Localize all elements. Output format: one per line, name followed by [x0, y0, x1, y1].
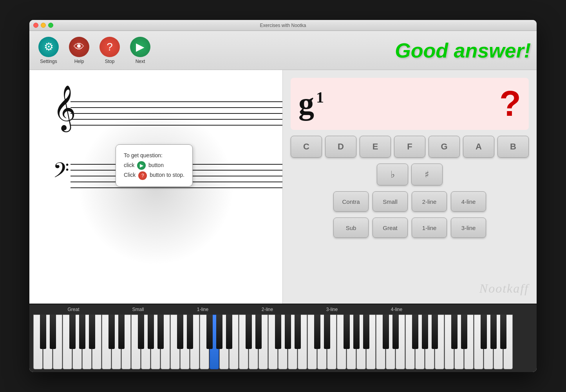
close-button[interactable] — [33, 23, 38, 28]
piano-black-key[interactable] — [324, 315, 330, 349]
piano-black-key[interactable] — [295, 315, 301, 349]
piano-black-key[interactable] — [353, 315, 360, 349]
stop-inline-icon: ? — [138, 171, 147, 180]
piano-black-key[interactable] — [118, 315, 125, 349]
tooltip-stop-text: button to stop. — [150, 172, 184, 178]
stop-button[interactable]: ? Stop — [96, 35, 123, 66]
note-btn-g[interactable]: G — [429, 136, 460, 158]
accidental-row: ♭♯ — [291, 164, 529, 185]
flat-button[interactable]: ♭ — [377, 164, 408, 185]
question-mark-symbol: ? — [499, 84, 521, 124]
help-icon: 👁 — [69, 37, 89, 57]
sheet-panel: 𝄞 𝄢 — [29, 70, 283, 304]
octave-btn-1line[interactable]: 1-line — [412, 218, 447, 238]
tooltip-box: To get question: click ▶ button Click ? … — [116, 144, 193, 187]
piano-black-key[interactable] — [344, 315, 350, 349]
staff-line-5 — [71, 125, 283, 126]
note-btn-c[interactable]: C — [291, 136, 322, 158]
help-button[interactable]: 👁 Help — [66, 35, 92, 66]
tooltip-line2: click ▶ button — [124, 160, 184, 170]
next-label: Next — [136, 59, 145, 64]
tooltip-line1: To get question: — [124, 151, 184, 160]
piano-black-key[interactable] — [89, 315, 95, 349]
tooltip-line3: Click ? button to stop. — [124, 170, 184, 180]
staff-line-4 — [71, 119, 283, 120]
piano-black-key[interactable] — [216, 315, 222, 349]
help-label: Help — [74, 59, 84, 64]
piano-black-key[interactable] — [461, 315, 467, 349]
treble-staff-lines — [53, 101, 283, 125]
treble-staff: 𝄞 — [53, 101, 283, 125]
piano-g1-label: g1 — [208, 370, 215, 372]
octave-btn-2line[interactable]: 2-line — [412, 191, 447, 212]
piano-black-key[interactable] — [451, 315, 458, 349]
note-octave: 1 — [316, 88, 324, 106]
piano-black-key[interactable] — [79, 315, 85, 349]
octave-btn-3line[interactable]: 3-line — [451, 218, 486, 238]
maximize-button[interactable] — [48, 23, 53, 28]
note-btn-e[interactable]: E — [360, 136, 391, 158]
octave-btn-sub[interactable]: Sub — [333, 218, 369, 238]
tooltip-click-text: click — [124, 162, 134, 168]
good-answer-text: Good answer! — [395, 39, 531, 62]
main-content: 𝄞 𝄢 — [29, 70, 537, 304]
piano-black-key[interactable] — [275, 315, 281, 349]
piano-section: GreatSmall1-line2-line3-line4-line g1 — [29, 304, 537, 372]
stop-icon: ? — [99, 37, 120, 57]
next-icon: ▶ — [130, 37, 150, 57]
note-btn-b[interactable]: B — [497, 136, 529, 158]
minimize-button[interactable] — [41, 23, 46, 28]
app-window: Exercises with Nootka ⚙ Settings 👁 Help … — [29, 20, 537, 372]
piano-black-key[interactable] — [108, 315, 115, 349]
piano-black-key[interactable] — [148, 315, 154, 349]
bass-staff-line-5 — [71, 187, 283, 188]
piano-black-key[interactable] — [490, 315, 497, 349]
sharp-button[interactable]: ♯ — [411, 164, 443, 185]
piano-label-great: Great — [41, 307, 106, 312]
piano-black-key[interactable] — [157, 315, 164, 349]
piano-black-key[interactable] — [285, 315, 291, 349]
piano-black-key[interactable] — [500, 315, 506, 349]
piano-labels: GreatSmall1-line2-line3-line4-line — [29, 304, 537, 315]
piano-black-key[interactable] — [50, 315, 56, 349]
piano-black-key[interactable] — [187, 315, 193, 349]
piano-black-key[interactable] — [383, 315, 389, 349]
piano-black-key[interactable] — [392, 315, 399, 349]
titlebar: Exercises with Nootka — [29, 20, 537, 31]
note-btn-a[interactable]: A — [463, 136, 494, 158]
note-display: g1 ? — [291, 78, 529, 130]
piano-black-key[interactable] — [206, 315, 213, 349]
piano-label-4line: 4-line — [364, 307, 429, 312]
next-button[interactable]: ▶ Next — [127, 35, 154, 66]
settings-button[interactable]: ⚙ Settings — [35, 35, 62, 66]
piano-black-key[interactable] — [40, 315, 46, 349]
octave-row2: SubGreat1-line3-line — [291, 218, 529, 238]
stop-label: Stop — [105, 59, 115, 64]
piano-black-key[interactable] — [226, 315, 232, 349]
octave-btn-contra[interactable]: Contra — [333, 191, 369, 212]
nootka-watermark: Nootkaff — [479, 281, 529, 296]
piano-black-key[interactable] — [314, 315, 320, 349]
staff-line-3 — [71, 113, 283, 114]
piano-black-key[interactable] — [246, 315, 252, 349]
traffic-lights — [33, 23, 53, 28]
piano-black-key[interactable] — [422, 315, 428, 349]
octave-btn-4line[interactable]: 4-line — [451, 191, 486, 212]
piano-black-key[interactable] — [255, 315, 262, 349]
toolbar: ⚙ Settings 👁 Help ? Stop ▶ Next Good ans… — [29, 31, 537, 70]
piano-black-key[interactable] — [432, 315, 438, 349]
piano-black-key[interactable] — [363, 315, 369, 349]
piano-label-2line: 2-line — [235, 307, 300, 312]
piano-black-key[interactable] — [177, 315, 183, 349]
piano-black-key[interactable] — [412, 315, 418, 349]
octave-btn-small[interactable]: Small — [373, 191, 408, 212]
piano-black-key[interactable] — [481, 315, 487, 349]
settings-icon: ⚙ — [38, 37, 59, 57]
piano-wrapper: g1 — [29, 315, 537, 372]
note-btn-f[interactable]: F — [394, 136, 425, 158]
piano-black-key[interactable] — [69, 315, 76, 349]
octave-btn-great[interactable]: Great — [373, 218, 408, 238]
note-btn-d[interactable]: D — [325, 136, 356, 158]
piano-label-small: Small — [106, 307, 170, 312]
piano-black-key[interactable] — [138, 315, 144, 349]
